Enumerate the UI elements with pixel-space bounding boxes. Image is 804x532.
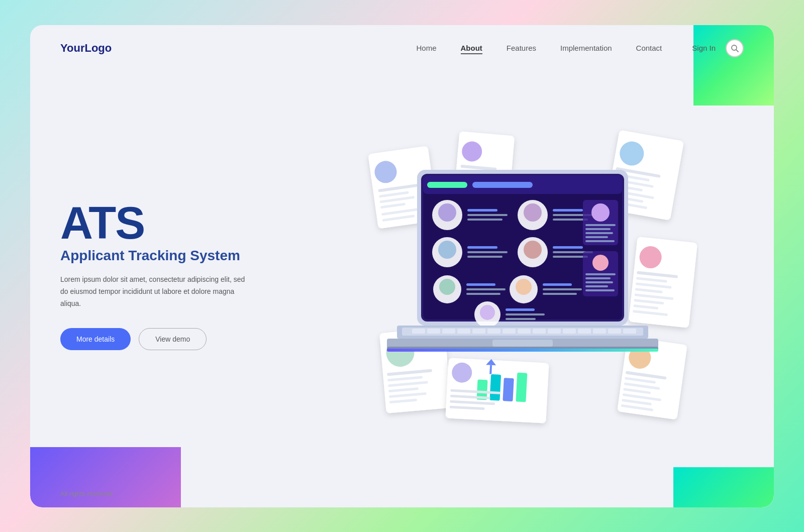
more-details-button[interactable]: More details (60, 328, 131, 350)
svg-rect-114 (585, 289, 615, 291)
svg-point-72 (438, 203, 456, 222)
nav-implementation[interactable]: Implementation (560, 44, 612, 52)
svg-point-109 (592, 255, 609, 271)
svg-rect-102 (466, 293, 500, 295)
svg-rect-70 (472, 182, 533, 188)
svg-rect-111 (585, 277, 611, 279)
svg-rect-136 (608, 329, 621, 334)
svg-rect-134 (578, 329, 591, 334)
svg-rect-141 (492, 340, 553, 347)
svg-rect-127 (472, 329, 485, 334)
main-content: ATS Applicant Tracking System Lorem ipsu… (30, 71, 774, 480)
svg-point-87 (524, 241, 542, 259)
svg-rect-49 (516, 373, 527, 402)
hero-description: Lorem ipsum dolor sit amet, consectetur … (60, 274, 251, 309)
hero-title: ATS (60, 200, 301, 246)
svg-point-77 (524, 203, 542, 222)
svg-rect-105 (543, 283, 572, 286)
svg-rect-124 (427, 329, 440, 334)
nav-contact[interactable]: Contact (636, 44, 662, 52)
svg-rect-95 (585, 232, 613, 234)
svg-rect-47 (489, 374, 501, 401)
svg-rect-75 (467, 219, 502, 221)
svg-rect-78 (553, 209, 583, 211)
svg-rect-128 (487, 329, 500, 334)
svg-rect-132 (548, 329, 561, 334)
laptop-illustration (347, 120, 698, 431)
svg-rect-112 (585, 281, 613, 283)
svg-rect-84 (467, 251, 508, 253)
svg-rect-96 (585, 236, 608, 238)
svg-rect-80 (553, 219, 588, 221)
svg-rect-131 (533, 329, 546, 334)
navigation: YourLogo Home About Features Implementat… (30, 25, 774, 71)
svg-point-116 (480, 305, 495, 320)
svg-point-82 (438, 241, 456, 259)
svg-rect-83 (467, 246, 497, 249)
view-demo-button[interactable]: View demo (139, 328, 207, 350)
svg-point-99 (439, 279, 455, 295)
svg-rect-137 (623, 329, 636, 334)
svg-rect-130 (518, 329, 531, 334)
logo: YourLogo (60, 42, 112, 55)
hero-subtitle: Applicant Tracking System (60, 248, 301, 264)
svg-rect-117 (506, 308, 535, 311)
svg-point-92 (591, 203, 610, 222)
svg-rect-106 (543, 288, 582, 290)
svg-rect-107 (543, 293, 577, 295)
svg-rect-48 (502, 378, 514, 401)
footer: All rights reserved (30, 480, 774, 507)
svg-rect-90 (553, 256, 588, 258)
svg-rect-74 (467, 214, 508, 216)
svg-rect-69 (427, 182, 467, 188)
svg-rect-118 (506, 313, 545, 315)
svg-rect-119 (506, 318, 536, 320)
svg-rect-125 (442, 329, 455, 334)
nav-about[interactable]: About (461, 44, 482, 54)
svg-rect-135 (593, 329, 606, 334)
svg-rect-73 (467, 209, 497, 211)
svg-rect-101 (466, 288, 506, 290)
svg-point-104 (516, 279, 532, 295)
hero-text: ATS Applicant Tracking System Lorem ipsu… (60, 200, 301, 350)
svg-line-1 (736, 50, 738, 52)
svg-rect-129 (502, 329, 516, 334)
svg-rect-133 (563, 329, 576, 334)
search-button[interactable] (726, 39, 744, 57)
svg-rect-123 (412, 329, 425, 334)
svg-rect-113 (585, 285, 608, 287)
nav-features[interactable]: Features (507, 44, 536, 52)
svg-rect-93 (585, 224, 616, 226)
nav-home[interactable]: Home (416, 44, 436, 52)
search-icon (731, 44, 739, 52)
hero-illustration (301, 71, 744, 480)
svg-rect-140 (387, 349, 658, 352)
nav-right: Sign In (692, 39, 744, 57)
svg-rect-88 (553, 246, 583, 249)
svg-rect-100 (466, 283, 495, 286)
svg-rect-126 (457, 329, 470, 334)
sign-in-link[interactable]: Sign In (692, 44, 716, 52)
page-wrapper: YourLogo Home About Features Implementat… (30, 25, 774, 507)
svg-rect-94 (585, 228, 611, 230)
nav-links: Home About Features Implementation Conta… (416, 44, 662, 53)
svg-rect-97 (585, 240, 615, 242)
copyright-text: All rights reserved (60, 490, 113, 497)
svg-rect-110 (585, 273, 616, 275)
svg-rect-85 (467, 256, 502, 258)
btn-group: More details View demo (60, 328, 301, 350)
